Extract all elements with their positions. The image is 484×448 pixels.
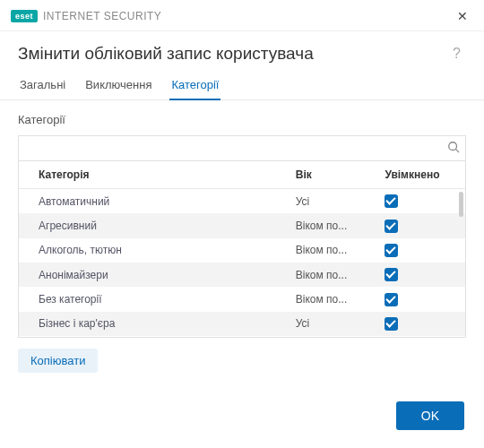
svg-line-1	[456, 150, 460, 153]
tab-exclusions[interactable]: Виключення	[83, 73, 153, 100]
category-table: Категорія Вік Увімкнено Автоматичний Усі…	[18, 160, 466, 338]
tabs: Загальні Виключення Категорії	[0, 73, 484, 100]
cell-category: Автоматичний	[19, 189, 287, 214]
col-header-age[interactable]: Вік	[287, 161, 376, 189]
help-icon[interactable]: ?	[447, 44, 466, 64]
cell-enabled	[376, 238, 465, 263]
table-row[interactable]: Без категорії Віком по...	[19, 287, 465, 311]
table-row[interactable]: Анонімайзери Віком по...	[19, 263, 465, 287]
cell-category: Анонімайзери	[19, 263, 287, 287]
tab-general[interactable]: Загальні	[18, 73, 67, 100]
cell-enabled	[376, 213, 465, 237]
ok-button[interactable]: OK	[396, 401, 464, 430]
cell-age: Віком по...	[287, 287, 376, 311]
cell-enabled	[376, 263, 465, 287]
cell-category: Агресивний	[19, 213, 287, 237]
brand-logo: eset	[11, 10, 38, 22]
scrollbar-thumb[interactable]	[459, 192, 463, 217]
copy-button[interactable]: Копіювати	[18, 349, 98, 373]
checkbox-icon[interactable]	[385, 317, 398, 331]
cell-age: Віком по...	[287, 213, 376, 237]
table-row[interactable]: Віросповідання Усі	[19, 336, 465, 338]
cell-category: Без категорії	[19, 287, 287, 311]
cell-age: Віком по...	[287, 238, 376, 263]
search-row	[18, 135, 466, 160]
cell-category: Віросповідання	[19, 336, 287, 338]
dialog-title: Змінити обліковий запис користувача	[18, 44, 447, 64]
table-row[interactable]: Агресивний Віком по...	[19, 213, 465, 237]
cell-enabled	[376, 287, 465, 311]
checkbox-icon[interactable]	[385, 220, 398, 233]
cell-enabled	[376, 189, 465, 214]
section-label: Категорії	[18, 113, 466, 126]
cell-age: Усі	[287, 189, 376, 214]
cell-age: Віком по...	[287, 263, 376, 287]
dialog-window: eset INTERNET SECURITY ✕ Змінити обліков…	[0, 0, 484, 448]
checkbox-icon[interactable]	[385, 293, 398, 306]
dialog-footer: OK	[0, 385, 484, 448]
checkbox-icon[interactable]	[385, 244, 398, 257]
table-row[interactable]: Алкоголь, тютюн Віком по...	[19, 238, 465, 263]
cell-age: Усі	[287, 312, 376, 336]
checkbox-icon[interactable]	[385, 268, 398, 281]
cell-enabled	[376, 312, 465, 336]
checkbox-icon[interactable]	[385, 194, 398, 208]
cell-enabled	[376, 336, 465, 338]
search-icon[interactable]	[447, 141, 460, 156]
col-header-enabled[interactable]: Увімкнено	[376, 161, 465, 189]
svg-point-0	[449, 142, 457, 151]
search-input[interactable]	[26, 142, 447, 155]
col-header-category[interactable]: Категорія	[19, 161, 287, 189]
dialog-header: Змінити обліковий запис користувача ?	[0, 31, 484, 73]
cell-category: Бізнес і кар'єра	[19, 312, 287, 336]
cell-category: Алкоголь, тютюн	[19, 238, 287, 263]
cell-age: Усі	[287, 336, 376, 338]
brand-product: INTERNET SECURITY	[43, 10, 161, 22]
table-header-row: Категорія Вік Увімкнено	[19, 161, 465, 189]
table-row[interactable]: Бізнес і кар'єра Усі	[19, 312, 465, 336]
titlebar: eset INTERNET SECURITY ✕	[0, 0, 484, 31]
table-row[interactable]: Автоматичний Усі	[19, 189, 465, 214]
close-icon[interactable]: ✕	[452, 7, 473, 25]
tab-categories[interactable]: Категорії	[169, 73, 220, 100]
brand: eset INTERNET SECURITY	[11, 10, 161, 22]
copy-row: Копіювати	[18, 338, 466, 378]
content-area: Категорії Категорія Вік Увімкнено Авто	[0, 100, 484, 385]
